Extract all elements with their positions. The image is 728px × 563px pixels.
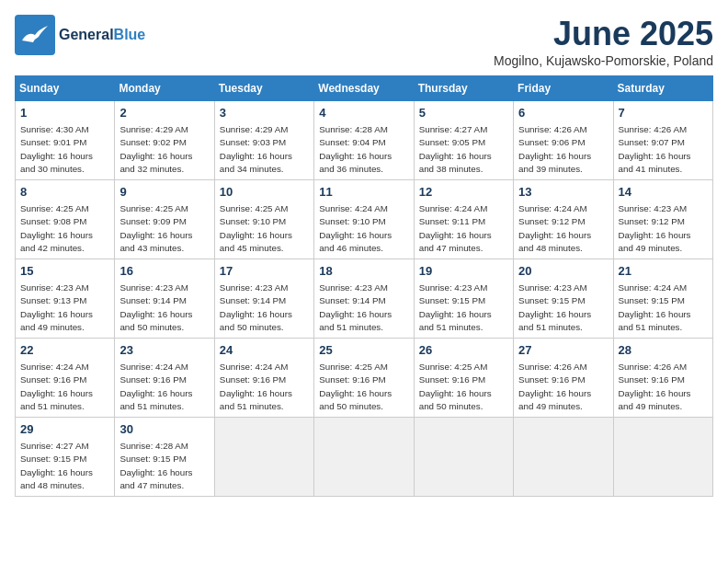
list-item: 26 Sunrise: 4:25 AMSunset: 9:16 PMDaylig… xyxy=(414,339,513,418)
list-item xyxy=(514,418,613,497)
list-item: 17 Sunrise: 4:23 AMSunset: 9:14 PMDaylig… xyxy=(214,259,313,339)
list-item xyxy=(414,418,513,497)
list-item: 8 Sunrise: 4:25 AMSunset: 9:08 PMDayligh… xyxy=(16,180,115,259)
list-item: 10 Sunrise: 4:25 AMSunset: 9:10 PMDaylig… xyxy=(214,180,313,259)
list-item: 2 Sunrise: 4:29 AMSunset: 9:02 PMDayligh… xyxy=(115,101,214,180)
list-item: 20 Sunrise: 4:23 AMSunset: 9:15 PMDaylig… xyxy=(514,259,613,339)
table-row: 8 Sunrise: 4:25 AMSunset: 9:08 PMDayligh… xyxy=(16,180,713,259)
list-item: 11 Sunrise: 4:24 AMSunset: 9:10 PMDaylig… xyxy=(314,180,414,259)
header-saturday: Saturday xyxy=(613,76,712,101)
logo-blue: Blue xyxy=(114,27,146,42)
list-item: 6 Sunrise: 4:26 AMSunset: 9:06 PMDayligh… xyxy=(514,101,613,180)
list-item xyxy=(613,418,712,497)
title-block: June 2025 Mogilno, Kujawsko-Pomorskie, P… xyxy=(494,15,713,68)
header-thursday: Thursday xyxy=(414,76,513,101)
location: Mogilno, Kujawsko-Pomorskie, Poland xyxy=(494,53,713,68)
list-item: 5 Sunrise: 4:27 AMSunset: 9:05 PMDayligh… xyxy=(414,101,513,180)
list-item: 15 Sunrise: 4:23 AMSunset: 9:13 PMDaylig… xyxy=(16,259,115,339)
calendar-table: Sunday Monday Tuesday Wednesday Thursday… xyxy=(15,75,713,497)
table-row: 15 Sunrise: 4:23 AMSunset: 9:13 PMDaylig… xyxy=(16,259,713,339)
list-item: 13 Sunrise: 4:24 AMSunset: 9:12 PMDaylig… xyxy=(514,180,613,259)
month-title: June 2025 xyxy=(494,15,713,53)
list-item: 27 Sunrise: 4:26 AMSunset: 9:16 PMDaylig… xyxy=(514,339,613,418)
header-wednesday: Wednesday xyxy=(314,76,414,101)
list-item: 22 Sunrise: 4:24 AMSunset: 9:16 PMDaylig… xyxy=(16,339,115,418)
table-row: 29 Sunrise: 4:27 AMSunset: 9:15 PMDaylig… xyxy=(16,418,713,497)
list-item: 30 Sunrise: 4:28 AMSunset: 9:15 PMDaylig… xyxy=(115,418,214,497)
list-item: 1 Sunrise: 4:30 AMSunset: 9:01 PMDayligh… xyxy=(16,101,115,180)
days-header-row: Sunday Monday Tuesday Wednesday Thursday… xyxy=(16,76,713,101)
list-item: 25 Sunrise: 4:25 AMSunset: 9:16 PMDaylig… xyxy=(314,339,414,418)
header-monday: Monday xyxy=(115,76,214,101)
list-item: 9 Sunrise: 4:25 AMSunset: 9:09 PMDayligh… xyxy=(115,180,214,259)
list-item: 7 Sunrise: 4:26 AMSunset: 9:07 PMDayligh… xyxy=(613,101,712,180)
logo: GeneralBlue xyxy=(15,15,145,55)
page-header: GeneralBlue June 2025 Mogilno, Kujawsko-… xyxy=(15,15,713,68)
table-row: 1 Sunrise: 4:30 AMSunset: 9:01 PMDayligh… xyxy=(16,101,713,180)
list-item xyxy=(214,418,313,497)
header-sunday: Sunday xyxy=(16,76,115,101)
list-item: 3 Sunrise: 4:29 AMSunset: 9:03 PMDayligh… xyxy=(214,101,313,180)
list-item xyxy=(314,418,414,497)
list-item: 19 Sunrise: 4:23 AMSunset: 9:15 PMDaylig… xyxy=(414,259,513,339)
list-item: 4 Sunrise: 4:28 AMSunset: 9:04 PMDayligh… xyxy=(314,101,414,180)
list-item: 23 Sunrise: 4:24 AMSunset: 9:16 PMDaylig… xyxy=(115,339,214,418)
header-tuesday: Tuesday xyxy=(214,76,313,101)
list-item: 29 Sunrise: 4:27 AMSunset: 9:15 PMDaylig… xyxy=(16,418,115,497)
table-row: 22 Sunrise: 4:24 AMSunset: 9:16 PMDaylig… xyxy=(16,339,713,418)
list-item: 18 Sunrise: 4:23 AMSunset: 9:14 PMDaylig… xyxy=(314,259,414,339)
list-item: 16 Sunrise: 4:23 AMSunset: 9:14 PMDaylig… xyxy=(115,259,214,339)
list-item: 24 Sunrise: 4:24 AMSunset: 9:16 PMDaylig… xyxy=(214,339,313,418)
header-friday: Friday xyxy=(514,76,613,101)
list-item: 21 Sunrise: 4:24 AMSunset: 9:15 PMDaylig… xyxy=(613,259,712,339)
list-item: 12 Sunrise: 4:24 AMSunset: 9:11 PMDaylig… xyxy=(414,180,513,259)
logo-icon xyxy=(15,15,55,55)
logo-general: General xyxy=(59,27,114,42)
logo-text: GeneralBlue xyxy=(59,27,145,43)
list-item: 14 Sunrise: 4:23 AMSunset: 9:12 PMDaylig… xyxy=(613,180,712,259)
list-item: 28 Sunrise: 4:26 AMSunset: 9:16 PMDaylig… xyxy=(613,339,712,418)
